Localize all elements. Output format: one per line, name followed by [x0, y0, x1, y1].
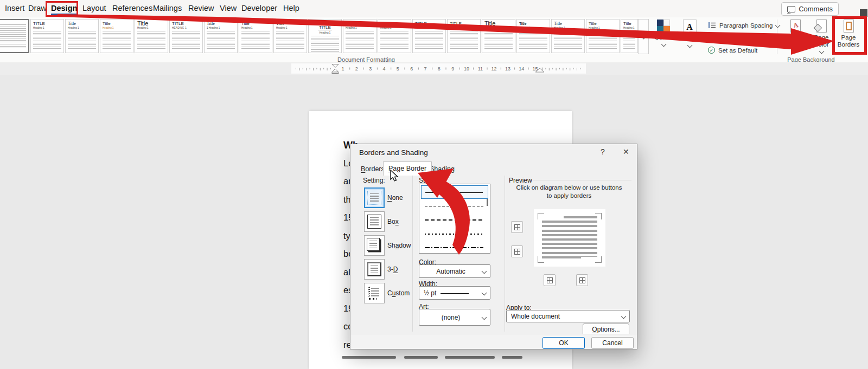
style-set-thumbnail[interactable]: TitleHeading 1 [239, 19, 272, 53]
style-thumb-title: TITLE [33, 21, 61, 26]
comments-button[interactable]: Comments [781, 2, 839, 16]
page-color-button[interactable]: Page Color [810, 20, 832, 53]
style-thumb-heading: Heading 1 [311, 31, 339, 35]
style-set-thumbnail[interactable]: TITLEHeading 1 [30, 19, 64, 53]
style-thumb-body-lines [137, 31, 165, 49]
style-option-dash[interactable] [421, 213, 488, 226]
menu-tab-insert[interactable]: Insert [3, 0, 27, 16]
art-dropdown[interactable]: (none) [419, 309, 490, 326]
style-option-solid[interactable] [421, 185, 488, 199]
style-set-thumbnail[interactable]: Title1 Heading 1 [204, 19, 238, 53]
style-set-thumbnail[interactable]: TitleHeading 1 [65, 19, 99, 53]
style-thumb-heading: Heading 1 [554, 27, 582, 30]
style-set-thumbnail[interactable] [0, 19, 29, 53]
preview-diagram[interactable] [534, 209, 605, 267]
help-icon[interactable]: ? [601, 147, 605, 156]
paragraph-spacing-button[interactable]: Paragraph Spacing [708, 22, 780, 29]
setting-3-d-label[interactable]: 3-D [387, 266, 398, 273]
style-thumb-heading: HEADING 1 [450, 27, 478, 30]
color-value: Automatic [419, 268, 482, 275]
top-border-button[interactable] [511, 221, 523, 233]
effects-sphere-icon [708, 34, 714, 41]
style-set-thumbnail[interactable]: TITLEHeading 1 [308, 19, 342, 53]
color-dropdown[interactable]: Automatic [419, 264, 490, 278]
style-set-thumbnail[interactable]: TitleHeading 1 [378, 19, 411, 53]
width-value: ½ pt [419, 289, 482, 297]
setting-box-icon[interactable] [364, 211, 385, 232]
style-set-thumbnail[interactable]: TITLEHEADING 1 [447, 19, 481, 53]
style-option-dash-fine[interactable] [421, 199, 488, 212]
style-set-thumbnail[interactable]: TitleHeading 1 [551, 19, 585, 53]
style-set-thumbnail[interactable]: TITLEHEADING 1 [412, 19, 446, 53]
setting-shadow-label[interactable]: Shadow [387, 242, 411, 249]
style-set-thumbnail[interactable]: TitleHeading 1 [482, 19, 515, 53]
style-thumb-body-lines [519, 31, 547, 49]
mini-page-lines [371, 288, 379, 296]
mini-page-lines [370, 193, 379, 202]
style-set-thumbnail[interactable]: TitleHeading 1 [343, 19, 376, 53]
style-set-thumbnail[interactable]: TitleHeading 1 [516, 19, 550, 53]
ruler-band[interactable]: 123456789101112131415 [291, 63, 586, 74]
chevron-down-icon [687, 43, 692, 48]
style-set-thumbnail[interactable]: TitleHeading 1 [273, 19, 307, 53]
fonts-button[interactable]: A Fonts [678, 20, 701, 47]
indent-marker [332, 64, 339, 74]
style-set-thumbnail[interactable]: TitleHeading 1 [586, 19, 620, 53]
style-listbox[interactable] [419, 184, 490, 254]
style-thumb-title: Title [589, 21, 617, 26]
left-border-button[interactable] [544, 274, 556, 286]
menu-tab-help[interactable]: Help [281, 0, 302, 16]
preview-line-indent [542, 216, 564, 218]
close-icon[interactable]: ✕ [623, 147, 629, 156]
dotted-edge [369, 298, 376, 300]
ok-button[interactable]: OK [542, 337, 585, 349]
paragraph-spacing-label: Paragraph Spacing [719, 22, 773, 29]
tab-page-border[interactable]: Page Border [383, 161, 432, 176]
chevron-down-icon [739, 35, 745, 40]
right-border-button[interactable] [576, 274, 588, 286]
style-set-thumbnail[interactable]: TitleHeading 1 [135, 19, 168, 53]
mini-page-lines [371, 266, 378, 273]
apply-to-dropdown[interactable]: Whole document [506, 310, 630, 322]
width-dropdown[interactable]: ½ pt [419, 286, 490, 300]
style-thumb-heading: Heading 1 [346, 27, 374, 30]
menu-tab-references[interactable]: References [110, 0, 155, 16]
setting-3-d-icon[interactable] [364, 259, 385, 280]
menu-tab-mailings[interactable]: Mailings [151, 0, 184, 16]
style-thumb-heading: Heading 1 [380, 27, 409, 30]
style-set-thumbnail[interactable]: TitleHeading 1 [100, 19, 133, 53]
preview-line-indent [581, 257, 597, 260]
chevron-down-icon [482, 290, 487, 296]
setting-custom-icon[interactable] [364, 283, 385, 303]
setting-shadow-icon[interactable] [364, 235, 385, 256]
style-set-thumbnail[interactable]: TitleHeading 1 [621, 19, 638, 53]
svg-text:8: 8 [438, 66, 441, 72]
menu-bar: Comments InsertDrawDesignLayoutReference… [0, 0, 868, 17]
style-option-dots[interactable] [421, 226, 488, 240]
menu-tab-view[interactable]: View [218, 0, 239, 16]
gallery-scroll-control[interactable] [638, 19, 649, 54]
setting-none-icon[interactable] [364, 187, 385, 208]
watermark-button[interactable]: A Watermark [780, 20, 810, 46]
mini-page-lines [369, 241, 377, 248]
menu-tab-review[interactable]: Review [186, 0, 216, 16]
colors-button[interactable]: Colors [651, 20, 676, 46]
menu-tab-layout[interactable]: Layout [80, 0, 108, 16]
effects-button[interactable]: Effects [708, 34, 744, 41]
cancel-button[interactable]: Cancel [591, 337, 634, 349]
section-divider [505, 176, 505, 332]
style-option-dash-dot[interactable] [421, 241, 488, 254]
style-thumb-body-lines [346, 31, 374, 49]
style-set-thumbnail[interactable]: TITLEHEADING 1 [169, 19, 203, 53]
bottom-border-button[interactable] [511, 245, 523, 257]
setting-box-label[interactable]: Box [387, 218, 399, 225]
style-thumb-title: Title [554, 21, 582, 26]
svg-text:13: 13 [505, 66, 510, 72]
set-as-default-button[interactable]: ✓ Set as Default [708, 47, 757, 54]
setting-custom-label[interactable]: Custom [387, 289, 410, 297]
setting-none-label[interactable]: None [387, 194, 403, 202]
mini-page [367, 191, 381, 205]
art-value: (none) [419, 314, 482, 321]
svg-text:10: 10 [464, 66, 469, 72]
menu-tab-developer[interactable]: Developer [239, 0, 279, 16]
